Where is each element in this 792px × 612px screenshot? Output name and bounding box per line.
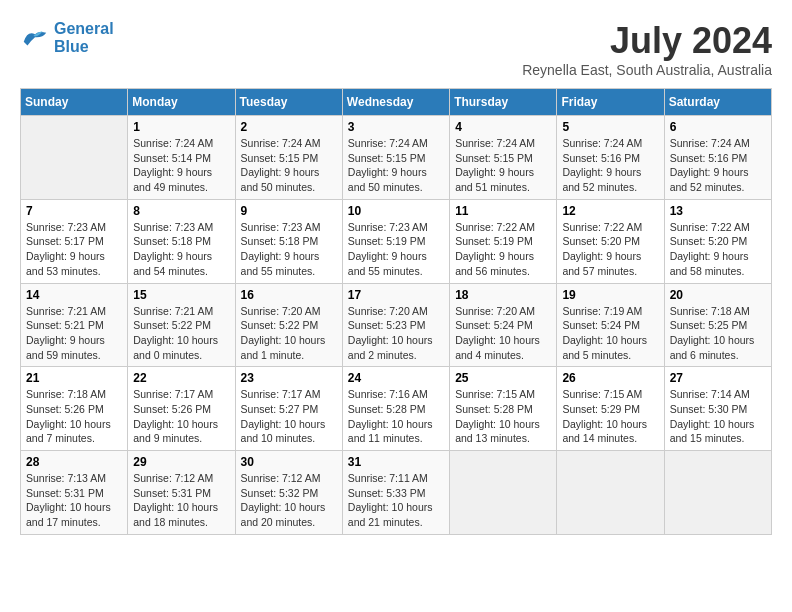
weekday-header-row: SundayMondayTuesdayWednesdayThursdayFrid… <box>21 89 772 116</box>
day-info: Sunrise: 7:24 AMSunset: 5:16 PMDaylight:… <box>670 136 766 195</box>
calendar-cell: 20Sunrise: 7:18 AMSunset: 5:25 PMDayligh… <box>664 283 771 367</box>
calendar-cell: 7Sunrise: 7:23 AMSunset: 5:17 PMDaylight… <box>21 199 128 283</box>
day-info: Sunrise: 7:20 AMSunset: 5:24 PMDaylight:… <box>455 304 551 363</box>
day-number: 7 <box>26 204 122 218</box>
calendar-cell: 16Sunrise: 7:20 AMSunset: 5:22 PMDayligh… <box>235 283 342 367</box>
calendar-cell: 24Sunrise: 7:16 AMSunset: 5:28 PMDayligh… <box>342 367 449 451</box>
day-info: Sunrise: 7:17 AMSunset: 5:27 PMDaylight:… <box>241 387 337 446</box>
weekday-header-sunday: Sunday <box>21 89 128 116</box>
location-subtitle: Reynella East, South Australia, Australi… <box>522 62 772 78</box>
day-info: Sunrise: 7:18 AMSunset: 5:25 PMDaylight:… <box>670 304 766 363</box>
day-info: Sunrise: 7:23 AMSunset: 5:18 PMDaylight:… <box>241 220 337 279</box>
calendar-week-row: 7Sunrise: 7:23 AMSunset: 5:17 PMDaylight… <box>21 199 772 283</box>
day-info: Sunrise: 7:18 AMSunset: 5:26 PMDaylight:… <box>26 387 122 446</box>
calendar-cell <box>21 116 128 200</box>
calendar-cell <box>557 451 664 535</box>
calendar-cell: 10Sunrise: 7:23 AMSunset: 5:19 PMDayligh… <box>342 199 449 283</box>
day-info: Sunrise: 7:22 AMSunset: 5:20 PMDaylight:… <box>562 220 658 279</box>
day-info: Sunrise: 7:12 AMSunset: 5:31 PMDaylight:… <box>133 471 229 530</box>
day-number: 27 <box>670 371 766 385</box>
day-number: 6 <box>670 120 766 134</box>
day-number: 14 <box>26 288 122 302</box>
day-info: Sunrise: 7:21 AMSunset: 5:21 PMDaylight:… <box>26 304 122 363</box>
calendar-cell: 22Sunrise: 7:17 AMSunset: 5:26 PMDayligh… <box>128 367 235 451</box>
day-info: Sunrise: 7:24 AMSunset: 5:14 PMDaylight:… <box>133 136 229 195</box>
calendar-cell: 8Sunrise: 7:23 AMSunset: 5:18 PMDaylight… <box>128 199 235 283</box>
day-number: 21 <box>26 371 122 385</box>
day-info: Sunrise: 7:20 AMSunset: 5:23 PMDaylight:… <box>348 304 444 363</box>
day-info: Sunrise: 7:14 AMSunset: 5:30 PMDaylight:… <box>670 387 766 446</box>
day-info: Sunrise: 7:11 AMSunset: 5:33 PMDaylight:… <box>348 471 444 530</box>
day-number: 10 <box>348 204 444 218</box>
day-info: Sunrise: 7:15 AMSunset: 5:29 PMDaylight:… <box>562 387 658 446</box>
weekday-header-tuesday: Tuesday <box>235 89 342 116</box>
day-info: Sunrise: 7:23 AMSunset: 5:17 PMDaylight:… <box>26 220 122 279</box>
day-number: 13 <box>670 204 766 218</box>
calendar-week-row: 1Sunrise: 7:24 AMSunset: 5:14 PMDaylight… <box>21 116 772 200</box>
calendar-cell: 13Sunrise: 7:22 AMSunset: 5:20 PMDayligh… <box>664 199 771 283</box>
day-info: Sunrise: 7:16 AMSunset: 5:28 PMDaylight:… <box>348 387 444 446</box>
calendar-cell: 14Sunrise: 7:21 AMSunset: 5:21 PMDayligh… <box>21 283 128 367</box>
calendar-cell: 23Sunrise: 7:17 AMSunset: 5:27 PMDayligh… <box>235 367 342 451</box>
calendar-cell: 5Sunrise: 7:24 AMSunset: 5:16 PMDaylight… <box>557 116 664 200</box>
day-number: 11 <box>455 204 551 218</box>
weekday-header-thursday: Thursday <box>450 89 557 116</box>
day-info: Sunrise: 7:24 AMSunset: 5:15 PMDaylight:… <box>348 136 444 195</box>
day-info: Sunrise: 7:15 AMSunset: 5:28 PMDaylight:… <box>455 387 551 446</box>
calendar-cell: 18Sunrise: 7:20 AMSunset: 5:24 PMDayligh… <box>450 283 557 367</box>
calendar-cell: 30Sunrise: 7:12 AMSunset: 5:32 PMDayligh… <box>235 451 342 535</box>
day-number: 8 <box>133 204 229 218</box>
weekday-header-friday: Friday <box>557 89 664 116</box>
calendar-cell: 12Sunrise: 7:22 AMSunset: 5:20 PMDayligh… <box>557 199 664 283</box>
calendar-cell: 21Sunrise: 7:18 AMSunset: 5:26 PMDayligh… <box>21 367 128 451</box>
calendar-cell: 11Sunrise: 7:22 AMSunset: 5:19 PMDayligh… <box>450 199 557 283</box>
day-info: Sunrise: 7:13 AMSunset: 5:31 PMDaylight:… <box>26 471 122 530</box>
day-number: 30 <box>241 455 337 469</box>
calendar-week-row: 28Sunrise: 7:13 AMSunset: 5:31 PMDayligh… <box>21 451 772 535</box>
day-info: Sunrise: 7:23 AMSunset: 5:18 PMDaylight:… <box>133 220 229 279</box>
day-number: 2 <box>241 120 337 134</box>
day-info: Sunrise: 7:20 AMSunset: 5:22 PMDaylight:… <box>241 304 337 363</box>
day-number: 31 <box>348 455 444 469</box>
day-number: 5 <box>562 120 658 134</box>
day-info: Sunrise: 7:17 AMSunset: 5:26 PMDaylight:… <box>133 387 229 446</box>
calendar-cell: 17Sunrise: 7:20 AMSunset: 5:23 PMDayligh… <box>342 283 449 367</box>
calendar-cell: 15Sunrise: 7:21 AMSunset: 5:22 PMDayligh… <box>128 283 235 367</box>
weekday-header-wednesday: Wednesday <box>342 89 449 116</box>
day-number: 16 <box>241 288 337 302</box>
day-number: 20 <box>670 288 766 302</box>
day-info: Sunrise: 7:12 AMSunset: 5:32 PMDaylight:… <box>241 471 337 530</box>
day-number: 17 <box>348 288 444 302</box>
title-block: July 2024 Reynella East, South Australia… <box>522 20 772 78</box>
calendar-week-row: 21Sunrise: 7:18 AMSunset: 5:26 PMDayligh… <box>21 367 772 451</box>
day-number: 25 <box>455 371 551 385</box>
page-header: General Blue July 2024 Reynella East, So… <box>20 20 772 78</box>
day-info: Sunrise: 7:22 AMSunset: 5:19 PMDaylight:… <box>455 220 551 279</box>
calendar-cell: 26Sunrise: 7:15 AMSunset: 5:29 PMDayligh… <box>557 367 664 451</box>
logo-icon <box>20 26 50 50</box>
calendar-cell: 31Sunrise: 7:11 AMSunset: 5:33 PMDayligh… <box>342 451 449 535</box>
calendar-table: SundayMondayTuesdayWednesdayThursdayFrid… <box>20 88 772 535</box>
day-info: Sunrise: 7:24 AMSunset: 5:15 PMDaylight:… <box>455 136 551 195</box>
calendar-cell: 6Sunrise: 7:24 AMSunset: 5:16 PMDaylight… <box>664 116 771 200</box>
day-number: 28 <box>26 455 122 469</box>
day-number: 24 <box>348 371 444 385</box>
day-number: 18 <box>455 288 551 302</box>
calendar-cell <box>664 451 771 535</box>
weekday-header-monday: Monday <box>128 89 235 116</box>
logo: General Blue <box>20 20 114 56</box>
calendar-week-row: 14Sunrise: 7:21 AMSunset: 5:21 PMDayligh… <box>21 283 772 367</box>
day-number: 15 <box>133 288 229 302</box>
day-number: 3 <box>348 120 444 134</box>
calendar-cell: 28Sunrise: 7:13 AMSunset: 5:31 PMDayligh… <box>21 451 128 535</box>
calendar-cell: 1Sunrise: 7:24 AMSunset: 5:14 PMDaylight… <box>128 116 235 200</box>
day-number: 29 <box>133 455 229 469</box>
logo-text: General Blue <box>54 20 114 56</box>
day-info: Sunrise: 7:22 AMSunset: 5:20 PMDaylight:… <box>670 220 766 279</box>
day-info: Sunrise: 7:21 AMSunset: 5:22 PMDaylight:… <box>133 304 229 363</box>
month-year-title: July 2024 <box>522 20 772 62</box>
day-info: Sunrise: 7:19 AMSunset: 5:24 PMDaylight:… <box>562 304 658 363</box>
day-number: 26 <box>562 371 658 385</box>
calendar-cell: 3Sunrise: 7:24 AMSunset: 5:15 PMDaylight… <box>342 116 449 200</box>
calendar-cell: 19Sunrise: 7:19 AMSunset: 5:24 PMDayligh… <box>557 283 664 367</box>
